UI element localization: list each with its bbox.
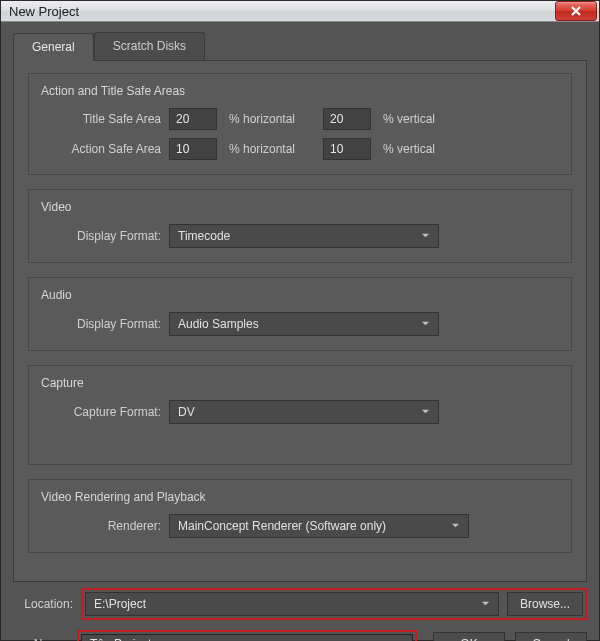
- render-group: Video Rendering and Playback Renderer: M…: [28, 479, 572, 553]
- name-input[interactable]: [81, 634, 413, 641]
- dialog-body: General Scratch Disks Action and Title S…: [1, 22, 599, 641]
- audio-format-row: Display Format: Audio Samples: [41, 312, 559, 336]
- location-highlight: E:\Project Browse...: [81, 588, 587, 620]
- action-safe-label: Action Safe Area: [41, 142, 161, 156]
- cancel-button[interactable]: Cancel: [515, 632, 587, 641]
- chevron-down-icon: [421, 229, 430, 243]
- close-icon: [571, 6, 581, 16]
- capture-group: Capture Capture Format: DV: [28, 365, 572, 465]
- new-project-dialog: New Project General Scratch Disks Action…: [0, 0, 600, 641]
- video-group-title: Video: [41, 200, 559, 214]
- chevron-down-icon: [421, 317, 430, 331]
- titlebar[interactable]: New Project: [1, 1, 599, 22]
- capture-format-row: Capture Format: DV: [41, 400, 559, 424]
- location-label: Location:: [13, 597, 73, 611]
- renderer-label: Renderer:: [41, 519, 161, 533]
- title-safe-vertical-input[interactable]: [323, 108, 371, 130]
- pct-vertical-label: % vertical: [383, 112, 435, 126]
- renderer-row: Renderer: MainConcept Renderer (Software…: [41, 514, 559, 538]
- chevron-down-icon: [421, 405, 430, 419]
- location-select[interactable]: E:\Project: [85, 592, 499, 616]
- audio-group-title: Audio: [41, 288, 559, 302]
- audio-display-format-select[interactable]: Audio Samples: [169, 312, 439, 336]
- pct-horizontal-label: % horizontal: [229, 112, 315, 126]
- tab-general[interactable]: General: [13, 33, 94, 61]
- video-group: Video Display Format: Timecode: [28, 189, 572, 263]
- safe-areas-title: Action and Title Safe Areas: [41, 84, 559, 98]
- title-safe-row: Title Safe Area % horizontal % vertical: [41, 108, 559, 130]
- tab-scratch-disks[interactable]: Scratch Disks: [94, 32, 205, 60]
- capture-format-value: DV: [178, 405, 195, 419]
- browse-button[interactable]: Browse...: [507, 592, 583, 616]
- title-safe-horizontal-input[interactable]: [169, 108, 217, 130]
- dialog-buttons: OK Cancel: [433, 632, 587, 641]
- action-safe-row: Action Safe Area % horizontal % vertical: [41, 138, 559, 160]
- title-safe-label: Title Safe Area: [41, 112, 161, 126]
- capture-format-label: Capture Format:: [41, 405, 161, 419]
- pct-vertical-label-2: % vertical: [383, 142, 435, 156]
- close-button[interactable]: [555, 1, 597, 21]
- chevron-down-icon: [451, 519, 460, 533]
- action-safe-vertical-input[interactable]: [323, 138, 371, 160]
- pct-horizontal-label-2: % horizontal: [229, 142, 315, 156]
- audio-display-format-value: Audio Samples: [178, 317, 259, 331]
- capture-format-select[interactable]: DV: [169, 400, 439, 424]
- location-value: E:\Project: [94, 597, 146, 611]
- video-display-format-value: Timecode: [178, 229, 230, 243]
- chevron-down-icon: [481, 597, 490, 611]
- action-safe-horizontal-input[interactable]: [169, 138, 217, 160]
- audio-group: Audio Display Format: Audio Samples: [28, 277, 572, 351]
- ok-button[interactable]: OK: [433, 632, 505, 641]
- video-format-row: Display Format: Timecode: [41, 224, 559, 248]
- window-title: New Project: [9, 4, 555, 19]
- name-highlight: [77, 630, 417, 641]
- video-display-format-select[interactable]: Timecode: [169, 224, 439, 248]
- general-panel: Action and Title Safe Areas Title Safe A…: [13, 60, 587, 582]
- renderer-select[interactable]: MainConcept Renderer (Software only): [169, 514, 469, 538]
- render-group-title: Video Rendering and Playback: [41, 490, 559, 504]
- capture-group-title: Capture: [41, 376, 559, 390]
- renderer-value: MainConcept Renderer (Software only): [178, 519, 386, 533]
- bottom-area: Location: E:\Project Browse... Name: OK …: [13, 582, 587, 641]
- name-row: Name: OK Cancel: [13, 630, 587, 641]
- audio-display-format-label: Display Format:: [41, 317, 161, 331]
- tabs: General Scratch Disks: [13, 32, 587, 60]
- safe-areas-group: Action and Title Safe Areas Title Safe A…: [28, 73, 572, 175]
- location-row: Location: E:\Project Browse...: [13, 588, 587, 620]
- video-display-format-label: Display Format:: [41, 229, 161, 243]
- name-label: Name:: [13, 637, 69, 641]
